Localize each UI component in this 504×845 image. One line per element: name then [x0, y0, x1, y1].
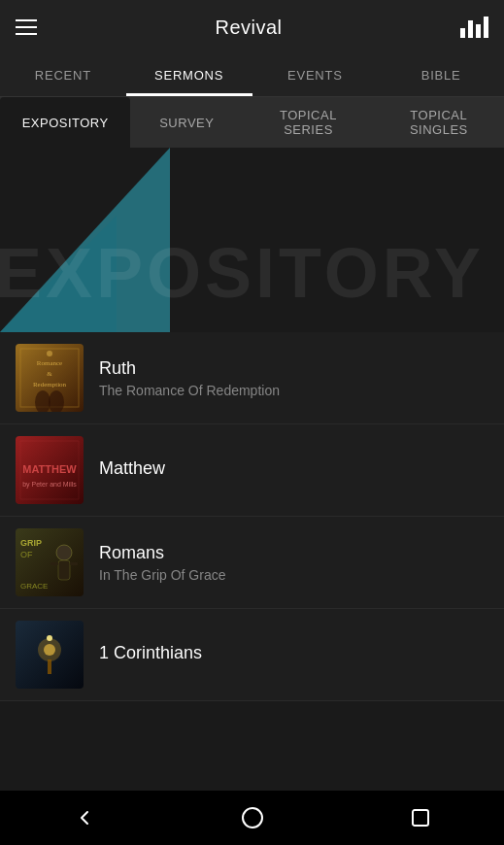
- svg-rect-23: [48, 659, 51, 674]
- svg-text:&: &: [47, 370, 52, 378]
- list-item[interactable]: GRIP OF GRACE Romans In The Grip Of Grac…: [0, 517, 504, 609]
- tab-bible[interactable]: BIBLE: [378, 54, 504, 96]
- stats-icon[interactable]: [460, 17, 488, 38]
- svg-text:GRACE: GRACE: [20, 582, 48, 591]
- sermon-info: Romans In The Grip Of Grace: [99, 543, 488, 583]
- sermon-title: 1 Corinthians: [99, 643, 488, 663]
- hero-text: EXPOSITORY: [0, 233, 485, 313]
- list-item[interactable]: Romance & Redemption Ruth The Romance Of…: [0, 332, 504, 424]
- svg-point-5: [47, 351, 52, 356]
- secondary-tabs: EXPOSITORY SURVEY TOPICAL SERIES TOPICAL…: [0, 97, 504, 148]
- tab-events[interactable]: EVENTS: [252, 54, 379, 96]
- svg-text:Redemption: Redemption: [33, 381, 67, 389]
- svg-point-15: [56, 545, 72, 560]
- sermon-thumbnail: [16, 621, 84, 689]
- svg-rect-26: [413, 810, 428, 826]
- sermon-thumbnail: GRIP OF GRACE: [16, 528, 84, 596]
- sermon-subtitle: The Romance Of Redemption: [99, 383, 488, 398]
- list-item[interactable]: 1 Corinthians: [0, 609, 504, 701]
- recents-button[interactable]: [401, 798, 440, 837]
- sermon-title: Romans: [99, 543, 488, 563]
- sermon-title: Ruth: [99, 358, 488, 379]
- sermon-title: Matthew: [99, 458, 488, 479]
- tab-sermons[interactable]: SERMONS: [126, 54, 252, 96]
- tab-topical-singles[interactable]: TOPICAL SINGLES: [374, 97, 504, 148]
- sermon-list: Romance & Redemption Ruth The Romance Of…: [0, 332, 504, 701]
- svg-text:Romance: Romance: [37, 359, 62, 367]
- svg-text:OF: OF: [20, 550, 33, 559]
- tab-expository[interactable]: EXPOSITORY: [0, 97, 130, 148]
- svg-point-25: [243, 808, 262, 828]
- sermon-thumbnail: MATTHEW by Peter and Mills: [16, 436, 84, 504]
- list-item[interactable]: MATTHEW by Peter and Mills Matthew: [0, 424, 504, 517]
- primary-tabs: RECENT SERMONS EVENTS BIBLE: [0, 54, 504, 97]
- svg-rect-17: [50, 562, 58, 565]
- tab-topical-series[interactable]: TOPICAL SERIES: [243, 97, 373, 148]
- bottom-nav: [0, 791, 504, 845]
- sermon-subtitle: In The Grip Of Grace: [99, 567, 488, 583]
- sermon-info: Ruth The Romance Of Redemption: [99, 358, 488, 398]
- top-bar: Revival: [0, 0, 504, 54]
- svg-text:by Peter and Mills: by Peter and Mills: [22, 481, 77, 489]
- sermon-thumbnail: Romance & Redemption: [16, 344, 84, 412]
- app-title: Revival: [215, 17, 282, 39]
- svg-rect-18: [70, 562, 78, 565]
- svg-rect-16: [58, 560, 70, 580]
- menu-button[interactable]: [16, 19, 37, 35]
- back-button[interactable]: [65, 798, 104, 837]
- svg-point-24: [47, 635, 52, 641]
- svg-text:MATTHEW: MATTHEW: [22, 463, 77, 475]
- sermon-info: 1 Corinthians: [99, 643, 488, 667]
- svg-text:GRIP: GRIP: [20, 538, 42, 548]
- home-button[interactable]: [233, 798, 272, 837]
- hero-area: EXPOSITORY: [0, 148, 504, 332]
- tab-recent[interactable]: RECENT: [0, 54, 126, 96]
- svg-point-22: [44, 644, 55, 656]
- sermon-info: Matthew: [99, 458, 488, 483]
- tab-survey[interactable]: SURVEY: [130, 97, 243, 148]
